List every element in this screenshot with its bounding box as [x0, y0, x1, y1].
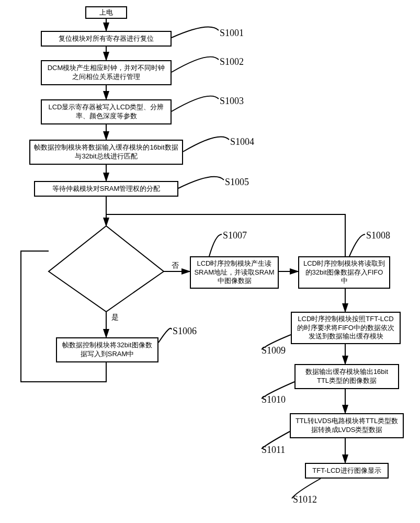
- step-s1003: LCD显示寄存器被写入LCD类型、分辨率、颜色深度等参数: [41, 99, 172, 124]
- step-s1002-text: DCM模块产生相应时钟，并对不同时钟之间相位关系进行管理: [45, 64, 167, 82]
- label-s1008: S1008: [366, 230, 390, 241]
- step-s1003-text: LCD显示寄存器被写入LCD类型、分辨率、颜色深度等参数: [45, 103, 167, 121]
- label-s1012: S1012: [293, 494, 317, 505]
- step-s1006: 帧数据控制模块将32bit图像数据写入到SRAM中: [56, 337, 158, 362]
- label-s1001: S1001: [220, 28, 244, 39]
- label-s1007: S1007: [223, 230, 247, 241]
- step-s1009-text: LCD时序控制模块按照TFT-LCD的时序要求将FIFO中的数据依次发送到数据输…: [295, 315, 396, 342]
- step-s1005: 等待仲裁模块对SRAM管理权的分配: [34, 181, 178, 197]
- step-s1011-text: TTL转LVDS电路模块将TTL类型数据转换成LVDS类型数据: [294, 417, 400, 435]
- step-s1001-text: 复位模块对所有寄存器进行复位: [59, 35, 154, 43]
- step-s1002: DCM模块产生相应时钟，并对不同时钟之间相位关系进行管理: [41, 60, 172, 85]
- step-s1010-text: 数据输出缓存模块输出16bit TTL类型的图像数据: [299, 368, 395, 385]
- step-s1008: LCD时序控制模块将读取到的32bit图像数据存入FIFO中: [298, 256, 390, 289]
- decision-text-container: 仲裁模块将SRAM管理权分配给帧数据控制模块: [65, 256, 149, 274]
- step-s1006-text: 帧数据控制模块将32bit图像数据写入到SRAM中: [60, 341, 154, 359]
- label-s1009: S1009: [262, 345, 286, 356]
- label-s1010: S1010: [262, 394, 286, 405]
- label-s1004: S1004: [230, 137, 254, 147]
- step-s1008-text: LCD时序控制模块将读取到的32bit图像数据存入FIFO中: [302, 259, 386, 286]
- step-s1009: LCD时序控制模块按照TFT-LCD的时序要求将FIFO中的数据依次发送到数据输…: [291, 312, 401, 344]
- step-s1004: 帧数据控制模块将数据输入缓存模块的16bit数据与32bit总线进行匹配: [29, 140, 183, 165]
- step-s1007: LCD时序控制模块产生读SRAM地址，并读取SRAM中图像数据: [190, 256, 279, 289]
- step-s1004-text: 帧数据控制模块将数据输入缓存模块的16bit数据与32bit总线进行匹配: [33, 143, 179, 161]
- label-s1003: S1003: [220, 96, 244, 107]
- step-s1005-text: 等待仲裁模块对SRAM管理权的分配: [52, 185, 161, 194]
- decision-text: 仲裁模块将SRAM管理权分配给帧数据控制模块: [67, 256, 148, 273]
- label-s1006: S1006: [173, 326, 197, 337]
- step-s1011: TTL转LVDS电路模块将TTL类型数据转换成LVDS类型数据: [290, 413, 404, 438]
- step-s1012: TFT-LCD进行图像显示: [305, 463, 389, 479]
- step-s1007-text: LCD时序控制模块产生读SRAM地址，并读取SRAM中图像数据: [194, 259, 275, 286]
- step-start: 上电: [85, 6, 127, 19]
- label-s1011: S1011: [262, 445, 285, 456]
- step-s1001: 复位模块对所有寄存器进行复位: [41, 31, 172, 47]
- label-s1005: S1005: [225, 177, 249, 188]
- step-s1012-text: TFT-LCD进行图像显示: [312, 467, 381, 475]
- label-s1002: S1002: [220, 56, 244, 67]
- step-s1010: 数据输出缓存模块输出16bit TTL类型的图像数据: [294, 364, 399, 389]
- edge-yes: 是: [111, 313, 119, 322]
- step-start-text: 上电: [99, 8, 113, 17]
- edge-no: 否: [172, 261, 179, 270]
